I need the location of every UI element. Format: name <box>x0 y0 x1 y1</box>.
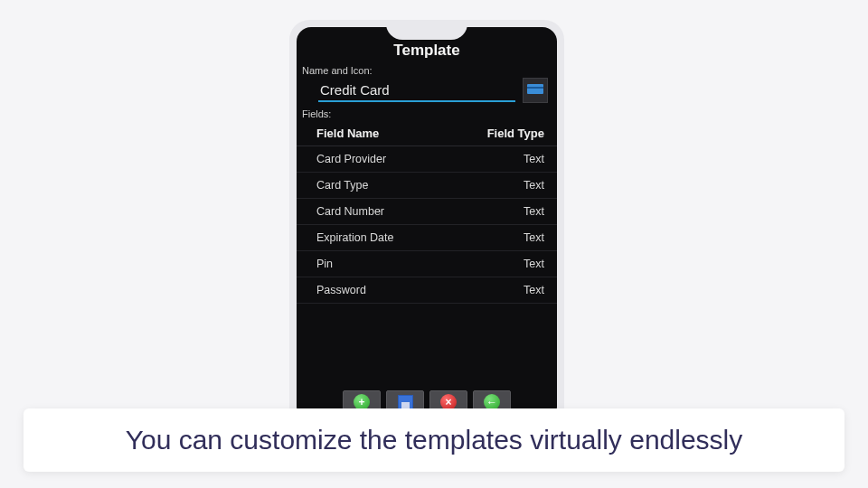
field-type-cell: Text <box>524 205 544 218</box>
field-name-cell: Card Type <box>316 179 368 192</box>
table-row[interactable]: Card Number Text <box>297 199 557 225</box>
field-type-cell: Text <box>524 284 544 296</box>
field-name-cell: Pin <box>316 258 333 270</box>
field-type-cell: Text <box>524 153 544 165</box>
table-row[interactable]: Card Type Text <box>297 173 557 199</box>
choose-icon-button[interactable] <box>523 78 548 103</box>
caption-card: You can customize the templates virtuall… <box>24 408 844 472</box>
fields-label: Fields: <box>297 108 557 121</box>
svg-rect-0 <box>527 84 543 94</box>
field-name-cell: Password <box>316 284 366 296</box>
field-type-cell: Text <box>524 258 544 270</box>
save-icon <box>398 395 413 410</box>
field-name-cell: Card Number <box>316 205 384 218</box>
credit-card-icon <box>527 82 543 99</box>
phone-notch <box>386 27 467 40</box>
col-field-name: Field Name <box>316 127 379 140</box>
page-title: Template <box>297 40 557 65</box>
name-and-icon-label: Name and Icon: <box>297 65 557 78</box>
field-type-cell: Text <box>524 179 544 192</box>
table-row[interactable]: Pin Text <box>297 251 557 277</box>
template-name-input[interactable] <box>318 80 515 102</box>
empty-space <box>297 304 557 385</box>
phone-screen: Template Name and Icon: Fields: Field Na… <box>297 27 557 421</box>
field-name-cell: Expiration Date <box>316 231 393 244</box>
field-name-cell: Card Provider <box>316 153 386 165</box>
table-row[interactable]: Expiration Date Text <box>297 225 557 251</box>
caption-text: You can customize the templates virtuall… <box>42 425 826 455</box>
fields-table-header: Field Name Field Type <box>297 121 557 146</box>
field-type-cell: Text <box>524 231 544 244</box>
col-field-type: Field Type <box>487 127 544 140</box>
table-row[interactable]: Password Text <box>297 277 557 304</box>
phone-frame: Template Name and Icon: Fields: Field Na… <box>289 20 564 428</box>
table-row[interactable]: Card Provider Text <box>297 146 557 173</box>
svg-rect-1 <box>527 87 543 89</box>
